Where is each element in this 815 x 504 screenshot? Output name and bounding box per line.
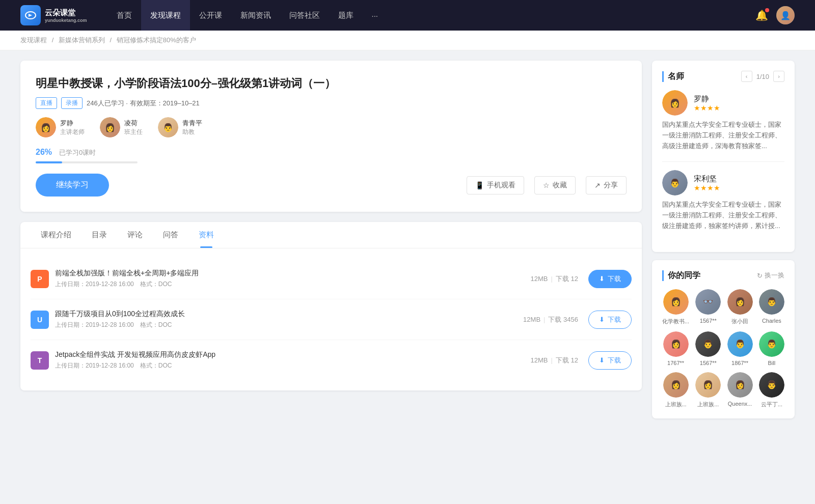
student-7-avatar: 👨 [727,331,753,357]
student-5[interactable]: 👩 1767** [662,331,689,366]
tabs-header: 课程介绍 目录 评论 问答 资料 [20,222,642,248]
share-button[interactable]: ↗ 分享 [586,176,627,194]
course-badges: 直播 录播 246人已学习 · 有效期至：2019–10–21 [36,97,627,109]
mobile-icon: 📱 [475,181,484,189]
main-layout: 明星中教授课，小学阶段语法100分–强化级第1讲动词（一） 直播 录播 246人… [0,50,815,437]
student-7[interactable]: 👨 1867** [727,331,752,366]
sidebar-teacher-1-info: 罗静 ★★★★ [694,94,720,112]
nav-items: 首页 发现课程 公开课 新闻资讯 问答社区 题库 ··· [107,0,755,31]
pagination-next[interactable]: › [773,71,784,82]
breadcrumb: 发现课程 / 新媒体营销系列 / 销冠修炼术搞定80%的客户 [0,31,815,50]
collect-button[interactable]: ☆ 收藏 [534,176,576,194]
teacher-2-avatar: 👩 [100,117,120,137]
student-12[interactable]: 👨 云平丁... [759,372,784,408]
sidebar-teacher-2-top: 👨 宋利坚 ★★★★ [662,170,784,195]
sidebar-teacher-1-avatar: 👩 [662,90,688,116]
student-3-name: 张小田 [731,318,748,325]
nav-bank[interactable]: 题库 [329,0,363,31]
student-9-name: 上班族... [665,401,687,408]
student-8[interactable]: 👨 Bill [759,331,784,366]
file-icon-1: P [31,270,49,288]
file-title-1: 前端全栈加强版！前端全栈+全周期+多端应用 [55,269,531,278]
file-title-2: 跟随千万级项目从0到100全过程高效成长 [55,310,523,319]
download-button-1[interactable]: ⬇ 下载 [588,270,632,288]
teachers-card-header: 名师 ‹ 1/10 › [662,71,784,82]
tabs-section: 课程介绍 目录 评论 问答 资料 P 前端全栈加强版！前端全栈+全周期+多端应用… [20,222,642,390]
student-6[interactable]: 👨 1567** [695,331,721,366]
pagination-prev[interactable]: ‹ [741,71,752,82]
student-11-avatar: 👩 [727,372,753,398]
breadcrumb-series[interactable]: 新媒体营销系列 [59,36,105,44]
download-button-3[interactable]: ⬇ 下载 [588,351,632,370]
sidebar-teacher-2: 👨 宋利坚 ★★★★ 国内某重点大学安全工程专业硕士，国家一级注册消防工程师、注… [662,170,784,231]
student-1-avatar: 👩 [663,289,689,315]
student-3[interactable]: 👩 张小田 [727,289,752,325]
course-meta: 246人已学习 · 有效期至：2019–10–21 [87,99,200,108]
download-icon-3: ⬇ [599,356,605,364]
badge-live: 直播 [36,97,57,109]
student-3-avatar: 👩 [727,289,753,315]
user-avatar[interactable]: 👤 [776,6,795,24]
share-icon: ↗ [594,181,601,189]
tab-resource[interactable]: 资料 [188,222,224,248]
student-2[interactable]: 👓 1567** [695,289,721,325]
file-stats-3: 12MB | 下载 12 [531,356,578,365]
tab-qa[interactable]: 问答 [153,222,188,248]
nav-qa[interactable]: 问答社区 [280,0,329,31]
sidebar-teacher-1-desc: 国内某重点大学安全工程专业硕士，国家一级注册消防工程师、注册安全工程师、高级注册… [662,120,784,151]
nav-news[interactable]: 新闻资讯 [231,0,280,31]
file-item-2: U 跟随千万级项目从0到100全过程高效成长 上传日期：2019-12-28 1… [31,299,632,340]
tab-catalog[interactable]: 目录 [82,222,117,248]
mobile-watch-button[interactable]: 📱 手机观看 [467,176,524,194]
student-4[interactable]: 👨 Charles [759,289,784,325]
nav-discover[interactable]: 发现课程 [141,0,190,31]
student-10[interactable]: 👩 上班族... [695,372,721,408]
nav-right: 🔔 👤 [755,6,795,24]
continue-button[interactable]: 继续学习 [36,174,109,197]
nav-more[interactable]: ··· [363,0,388,31]
students-sidebar-card: 你的同学 ↻ 换一换 👩 化学教书... 👓 [652,260,795,418]
bell-notification-dot [765,8,769,12]
file-info-3: Jetpack全组件实战 开发短视频应用高仿皮皮虾App 上传日期：2019-1… [55,350,531,370]
sidebar-teacher-1-stars: ★★★★ [694,104,720,112]
student-6-name: 1567** [700,360,717,366]
tab-review[interactable]: 评论 [117,222,153,248]
student-2-avatar: 👓 [695,289,721,315]
tabs-content: P 前端全栈加强版！前端全栈+全周期+多端应用 上传日期：2019-12-28 … [20,248,642,390]
student-1[interactable]: 👩 化学教书... [662,289,689,325]
breadcrumb-sep1: / [52,36,56,44]
nav-open[interactable]: 公开课 [190,0,231,31]
sidebar-teacher-2-name: 宋利坚 [694,174,720,184]
student-1-name: 化学教书... [662,318,689,325]
teacher-1-role: 主讲老师 [60,128,85,136]
bell-icon[interactable]: 🔔 [755,9,768,21]
badge-record: 录播 [61,97,83,109]
student-4-name: Charles [762,318,781,324]
teacher-2-info: 凌荷 班主任 [124,119,143,136]
avatar-image: 👤 [776,6,795,24]
logo[interactable]: 云朵课堂 yunduoketang.com [20,5,87,25]
nav-home[interactable]: 首页 [107,0,141,31]
student-7-name: 1867** [731,360,748,366]
students-header: 你的同学 ↻ 换一换 [662,270,784,281]
teacher-2-role: 班主任 [124,128,143,136]
download-icon-2: ⬇ [599,316,605,323]
teachers-sidebar-card: 名师 ‹ 1/10 › 👩 罗静 ★★★★ 国 [652,61,795,252]
teacher-3: 👨 青青平 助教 [158,117,202,137]
refresh-button[interactable]: ↻ 换一换 [757,271,784,280]
breadcrumb-sep2: / [110,36,113,44]
teacher-3-role: 助教 [182,128,202,136]
students-card-title: 你的同学 [662,270,700,281]
breadcrumb-discover[interactable]: 发现课程 [20,36,47,44]
logo-icon [20,5,41,25]
teachers-divider [662,161,784,162]
student-9[interactable]: 👩 上班族... [662,372,689,408]
progress-bar-fill [36,161,62,163]
tab-intro[interactable]: 课程介绍 [31,222,82,248]
download-button-2[interactable]: ⬇ 下载 [588,311,632,329]
student-11[interactable]: 👩 Queenx... [727,372,752,408]
sidebar-teacher-1: 👩 罗静 ★★★★ 国内某重点大学安全工程专业硕士，国家一级注册消防工程师、注册… [662,90,784,151]
file-stats-1: 12MB | 下载 12 [531,274,578,284]
file-meta-2: 上传日期：2019-12-28 16:00 格式：DOC [55,321,523,329]
teachers-card-title: 名师 [662,71,684,82]
